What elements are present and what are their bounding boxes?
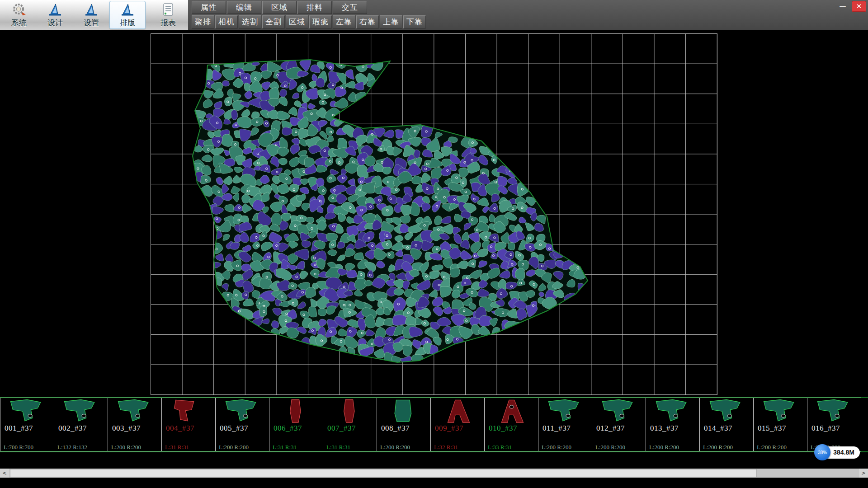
nesting-canvas[interactable]	[0, 30, 868, 397]
tool-settings-label: 设置	[84, 18, 99, 28]
piece-name: 003_#37	[112, 424, 141, 433]
menu-tab-properties[interactable]: 属性	[192, 1, 226, 14]
piece-lr-count: L:200 R:200	[542, 444, 571, 451]
piece-thumbnail[interactable]: 016_#37 L:200 R:200	[807, 398, 861, 451]
minimize-button[interactable]: —	[835, 1, 850, 12]
window-controls: — ✕	[835, 1, 866, 12]
piece-name: 001_#37	[5, 424, 33, 433]
menu-button-cut-all[interactable]: 全割	[262, 15, 285, 28]
tool-design-label: 设计	[47, 18, 63, 28]
piece-lr-count: L:32 R:31	[434, 444, 458, 451]
menu-button-align-left[interactable]: 左靠	[333, 15, 355, 28]
tool-nesting[interactable]: 排版	[109, 1, 146, 29]
piece-shape	[272, 399, 320, 425]
menu-tab-region[interactable]: 区域	[262, 1, 297, 14]
toolbar-separator	[146, 0, 150, 30]
piece-thumbnail[interactable]: 012_#37 L:200 R:200	[592, 398, 646, 451]
menu-button-defect[interactable]: 瑕疵	[309, 15, 332, 28]
set-square-icon	[119, 2, 136, 17]
piece-name: 014_#37	[704, 424, 732, 433]
piece-lr-count: L:33 R:31	[488, 444, 512, 451]
menu-button-align-bottom[interactable]: 下靠	[403, 15, 426, 28]
piece-shape	[3, 399, 51, 425]
piece-thumbnail[interactable]: 013_#37 L:200 R:200	[646, 398, 700, 451]
piece-shape	[756, 399, 804, 425]
status-bar	[0, 452, 868, 469]
menu-button-select-cut[interactable]: 选割	[239, 15, 261, 28]
piece-thumbnail[interactable]: 001_#37 L:700 R:700	[0, 398, 54, 451]
piece-name: 006_#37	[274, 424, 302, 433]
set-square-icon	[83, 2, 99, 17]
piece-shape	[541, 399, 589, 425]
piece-lr-count: L:31 R:31	[165, 444, 189, 451]
piece-lr-count: L:200 R:200	[111, 444, 141, 451]
set-square-icon	[47, 2, 63, 17]
piece-name: 015_#37	[758, 424, 786, 433]
menu-tab-row: 属性编辑区域排料交互	[192, 1, 367, 14]
piece-thumbnail[interactable]: 009_#37 L:32 R:31	[430, 398, 485, 451]
horizontal-scrollbar[interactable]: < >	[0, 469, 868, 478]
tool-report-label: 报表	[160, 18, 176, 28]
piece-thumbnail[interactable]: 006_#37 L:31 R:31	[269, 398, 323, 451]
piece-lr-count: L:200 R:200	[757, 444, 787, 451]
piece-name: 008_#37	[381, 424, 410, 433]
piece-thumbnail[interactable]: 014_#37 L:200 R:200	[699, 398, 754, 451]
piece-thumbnail[interactable]: 005_#37 L:200 R:200	[215, 398, 269, 451]
tool-system-label: 系统	[11, 18, 27, 28]
piece-shape	[380, 399, 428, 425]
piece-lr-count: L:132 R:132	[57, 444, 87, 451]
menu-button-align-top[interactable]: 上靠	[380, 15, 402, 28]
piece-shape	[703, 399, 750, 425]
menu-tab-nesting[interactable]: 排料	[297, 1, 332, 14]
piece-shape	[111, 399, 159, 425]
piece-thumbnail[interactable]: 004_#37 L:31 R:31	[161, 398, 216, 451]
piece-thumbnail[interactable]: 010_#37 L:33 R:31	[484, 398, 538, 451]
piece-name: 002_#37	[58, 424, 87, 433]
tool-report[interactable]: 报表	[150, 1, 186, 29]
menu-zone: 属性编辑区域排料交互 聚排相机选割全割区域瑕疵左靠右靠上靠下靠 — ✕	[188, 0, 868, 30]
scrollbar-track[interactable]	[9, 469, 859, 478]
piece-shape	[810, 399, 858, 425]
gear-icon	[11, 2, 27, 17]
piece-lr-count: L:200 R:200	[380, 444, 410, 451]
menu-tab-edit[interactable]: 编辑	[227, 1, 261, 14]
piece-name: 010_#37	[489, 424, 517, 433]
menu-button-cluster-nest[interactable]: 聚排	[192, 15, 214, 28]
piece-lr-count: L:700 R:700	[4, 444, 33, 451]
piece-thumbnail[interactable]: 007_#37 L:31 R:31	[323, 398, 377, 451]
menu-tab-interactive[interactable]: 交互	[333, 1, 367, 14]
piece-shape	[326, 399, 374, 425]
progress-widget: 38% 384.8M	[814, 444, 860, 460]
scrollbar-thumb[interactable]	[10, 469, 757, 477]
piece-name: 013_#37	[650, 424, 679, 433]
nesting-layout[interactable]	[0, 30, 868, 397]
piece-lr-count: L:200 R:200	[595, 444, 625, 451]
menu-button-region-cut[interactable]: 区域	[286, 15, 308, 28]
piece-thumbnail[interactable]: 003_#37 L:200 R:200	[108, 398, 162, 451]
tool-settings[interactable]: 设置	[73, 1, 109, 29]
piece-name: 007_#37	[327, 424, 356, 433]
close-button[interactable]: ✕	[852, 1, 866, 12]
pieces-strip: 001_#37 L:700 R:700 002_#37 L:132 R:132 …	[0, 397, 868, 452]
piece-name: 009_#37	[435, 424, 463, 433]
main-toolbar: 系统 设计 设置	[0, 0, 868, 30]
menu-button-align-right[interactable]: 右靠	[356, 15, 379, 28]
menu-button-camera[interactable]: 相机	[215, 15, 238, 28]
piece-thumbnail[interactable]: 015_#37 L:200 R:200	[753, 398, 807, 451]
piece-lr-count: L:31 R:31	[326, 444, 350, 451]
piece-shape	[434, 399, 481, 425]
scroll-left-button[interactable]: <	[0, 469, 9, 478]
piece-shape	[487, 399, 535, 425]
tool-design[interactable]: 设计	[37, 1, 73, 29]
scroll-right-button[interactable]: >	[859, 469, 868, 478]
app-window: 系统 设计 设置	[0, 0, 868, 488]
piece-thumbnail[interactable]: 008_#37 L:200 R:200	[377, 398, 431, 451]
piece-thumbnail[interactable]: 011_#37 L:200 R:200	[538, 398, 592, 451]
piece-thumbnail[interactable]: 002_#37 L:132 R:132	[54, 398, 108, 451]
piece-shape	[649, 399, 697, 425]
piece-shape	[595, 399, 643, 425]
tool-system[interactable]: 系统	[1, 1, 37, 29]
piece-lr-count: L:31 R:31	[273, 444, 297, 451]
piece-name: 005_#37	[220, 424, 248, 433]
piece-name: 011_#37	[542, 424, 571, 433]
